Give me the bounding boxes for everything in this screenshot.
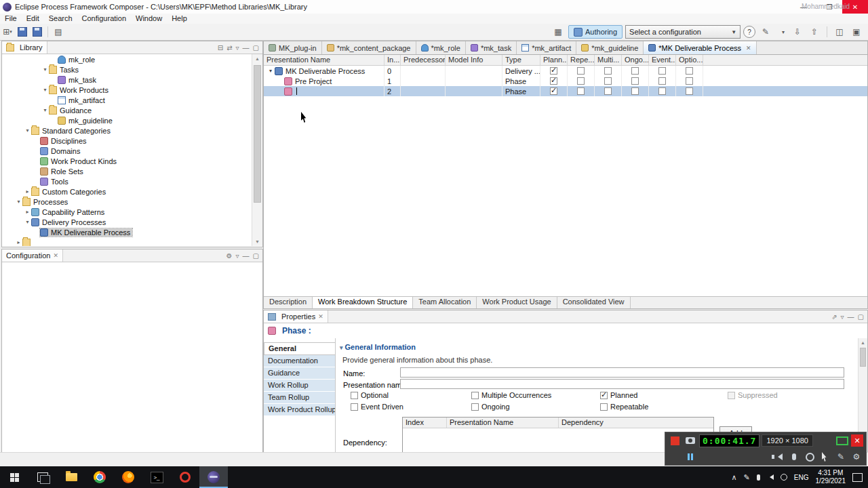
tab-mk-guideline[interactable]: *mk_guideline [576, 41, 644, 54]
minimize-view-icon[interactable]: — [243, 252, 250, 260]
column-planned[interactable]: Plann... [540, 55, 568, 65]
tree-item-work-product-kinds[interactable]: Work Product Kinds [2, 156, 262, 166]
perspective-icon[interactable]: ▦ [551, 25, 565, 39]
column-index[interactable]: In... [384, 55, 401, 65]
toolbar-icon-c[interactable]: ◫ [833, 25, 846, 39]
column-presentation-name[interactable]: Presentation Name [264, 55, 384, 65]
nav-work-product-rollup[interactable]: Work Product Rollup [264, 404, 335, 416]
draw-pencil-icon[interactable]: ✎ [834, 450, 848, 464]
nav-documentation[interactable]: Documentation [264, 355, 335, 367]
configuration-view-tab[interactable]: Configuration ✕ [2, 249, 63, 262]
optional-checkbox[interactable] [686, 87, 693, 95]
restore-view-icon[interactable]: ⇗ [831, 313, 837, 321]
location-tray-icon[interactable] [781, 474, 787, 481]
event-driven-checkbox[interactable] [658, 77, 666, 85]
close-icon[interactable]: ✕ [318, 313, 323, 320]
microphone-tray-icon[interactable] [757, 474, 760, 481]
view-menu-icon[interactable]: ▿ [236, 44, 239, 52]
tab-description[interactable]: Description [264, 297, 313, 308]
maximize-view-icon[interactable]: ▢ [253, 252, 259, 260]
event-driven-checkbox[interactable] [658, 67, 666, 75]
scroll-up-icon[interactable]: ▲ [859, 338, 867, 347]
event-driven-checkbox[interactable] [658, 87, 666, 95]
pen-icon[interactable]: ✎ [744, 473, 750, 482]
save-all-button[interactable] [31, 25, 44, 39]
menu-configuration[interactable]: Configuration [77, 14, 131, 24]
webcam-icon[interactable] [803, 450, 816, 464]
language-indicator[interactable]: ENG [794, 474, 809, 481]
repeatable-checkbox[interactable] [577, 67, 585, 75]
optional-checkbox[interactable] [686, 77, 693, 85]
nav-general[interactable]: General [264, 342, 335, 355]
toolbar-icon-d[interactable]: ▣ [850, 25, 863, 39]
maximize-view-icon[interactable]: ▢ [253, 44, 259, 52]
multiple-occurrences-checkbox[interactable] [604, 77, 612, 85]
column-event-driven[interactable]: Event... [649, 55, 676, 65]
repeatable-checkbox[interactable] [577, 87, 585, 95]
ongoing-checkbox[interactable]: Ongoing [471, 403, 510, 411]
tab-mk-content-package[interactable]: *mk_content_package [322, 41, 416, 54]
column-model-info[interactable]: Model Info [446, 55, 502, 65]
nav-guidance[interactable]: Guidance [264, 367, 335, 380]
tab-consolidated-view[interactable]: Consolidated View [557, 297, 631, 308]
name-field[interactable] [400, 367, 844, 378]
expander-icon[interactable]: ▾ [24, 127, 31, 134]
expander-icon[interactable]: ▾ [41, 87, 49, 93]
planned-checkbox[interactable] [550, 67, 557, 75]
notification-center-icon[interactable] [852, 473, 863, 482]
pause-button[interactable] [684, 450, 697, 464]
tab-team-allocation[interactable]: Team Allocation [413, 297, 477, 308]
table-row[interactable]: Pre Project 1 Phase [264, 76, 867, 86]
optional-checkbox[interactable] [686, 67, 693, 75]
tree-item-tools[interactable]: Tools [2, 176, 262, 186]
column-optional[interactable]: Optio... [676, 55, 703, 65]
menu-help[interactable]: Help [167, 14, 192, 24]
tree-item-disciplines[interactable]: Disciplines [2, 136, 262, 146]
tab-work-breakdown-structure[interactable]: Work Breakdown Structure [313, 297, 413, 308]
ongoing-checkbox[interactable] [631, 77, 639, 85]
settings-gear-icon[interactable]: ⚙ [850, 450, 863, 464]
table-row-editing[interactable]: 2 Phase [264, 86, 867, 96]
multiple-occurrences-checkbox[interactable]: Multiple Occurrences [471, 391, 551, 399]
dropdown-icon[interactable]: ▾ [776, 25, 790, 39]
multiple-occurrences-checkbox[interactable] [604, 67, 612, 75]
configuration-action-icon[interactable]: ⚙ [226, 252, 233, 260]
tree-item-partial[interactable]: ▸ [2, 237, 262, 246]
planned-checkbox[interactable] [550, 87, 557, 95]
scroll-up-icon[interactable]: ▲ [252, 54, 262, 63]
firefox-button[interactable] [114, 466, 142, 488]
eclipse-taskbar-button[interactable] [199, 466, 228, 488]
library-view-tab[interactable]: Library [2, 41, 47, 54]
expander-icon[interactable]: ▸ [24, 188, 31, 195]
speaker-tray-icon[interactable] [767, 474, 774, 480]
minimize-view-icon[interactable]: — [243, 44, 250, 52]
recorder-app-button[interactable] [171, 466, 199, 488]
link-editor-icon[interactable]: ⇄ [226, 44, 232, 52]
presentation-name-field[interactable] [400, 379, 844, 389]
view-menu-icon[interactable]: ▿ [236, 252, 239, 260]
tab-mk-plug-in[interactable]: MK_plug-in [264, 41, 322, 54]
recorder-close-button[interactable]: ✕ [851, 434, 863, 447]
help-button[interactable]: ? [743, 26, 755, 38]
toolbar-icon-b[interactable]: ⇧ [808, 25, 821, 39]
monitor-icon[interactable] [835, 434, 849, 447]
scroll-down-icon[interactable]: ▼ [252, 237, 262, 246]
view-menu-icon[interactable]: ▿ [841, 313, 844, 321]
tab-mk-deliverable-process[interactable]: *MK Deliverable Process✕ [644, 41, 756, 54]
tree-item-mk-artifact[interactable]: mk_artifact [2, 95, 262, 105]
expander-icon[interactable]: ▾ [24, 219, 31, 225]
tree-item-delivery-processes[interactable]: ▾Delivery Processes [2, 217, 262, 227]
optional-checkbox[interactable]: Optional [351, 391, 389, 399]
show-hidden-icons[interactable]: ∧ [732, 473, 737, 482]
column-predecessors[interactable]: Predecessors [401, 55, 446, 65]
menu-edit[interactable]: Edit [22, 14, 44, 24]
event-driven-checkbox[interactable]: Event Driven [351, 403, 403, 411]
nav-team-rollup[interactable]: Team Rollup [264, 392, 335, 404]
speaker-icon[interactable] [772, 450, 785, 464]
chrome-button[interactable] [85, 466, 114, 488]
close-tab-icon[interactable]: ✕ [746, 45, 751, 52]
expander-icon[interactable]: ▾ [41, 107, 49, 113]
expander-icon[interactable]: ▸ [24, 209, 31, 215]
expander-icon[interactable]: ▾ [15, 199, 22, 205]
table-row[interactable]: ▾MK Deliverable Process 0 Delivery ... [264, 66, 867, 76]
